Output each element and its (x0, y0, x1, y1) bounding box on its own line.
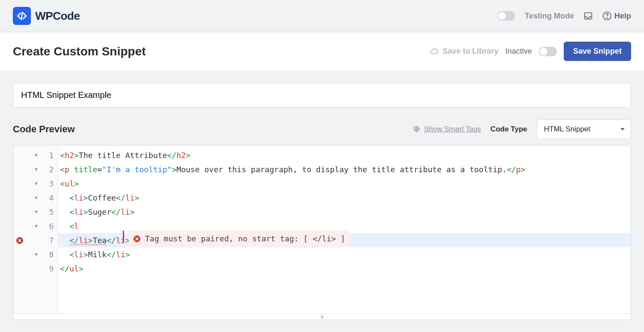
editor-cursor (123, 231, 124, 242)
editor-resize-handle[interactable]: ≡ (13, 314, 631, 320)
topbar-right: Testing Mode Help (497, 11, 631, 21)
brand-name: WPCode (35, 9, 80, 23)
error-tooltip-message: Tag must be paired, no start tag: [ </li… (145, 231, 345, 246)
preview-header: Code Preview Show Smart Tags Code Type H… (13, 119, 631, 139)
svg-line-0 (21, 12, 22, 19)
error-icon (16, 237, 24, 244)
inbox-icon[interactable] (583, 11, 593, 21)
page-title: Create Custom Snippet (13, 45, 146, 58)
code-type-value: HTML Snippet (544, 125, 590, 133)
help-button[interactable]: Help (602, 11, 631, 21)
code-type-select[interactable]: HTML Snippet (537, 119, 631, 139)
show-smart-tags-link[interactable]: Show Smart Tags (413, 125, 481, 134)
page-header: Create Custom Snippet Save to Library In… (0, 32, 644, 71)
help-label: Help (614, 12, 631, 21)
status-label: Inactive (505, 47, 532, 56)
code-type-label: Code Type (490, 125, 527, 134)
smart-tags-label: Show Smart Tags (424, 125, 481, 134)
preview-controls: Show Smart Tags Code Type HTML Snippet (413, 119, 631, 139)
code-editor[interactable]: ▼1 ▼2 ▼3 ▼4 ▼5 ▼6 7 ▼8 9 <h2>The title A… (13, 145, 631, 320)
save-to-library-button[interactable]: Save to Library (430, 47, 498, 56)
testing-mode-toggle[interactable] (497, 11, 515, 21)
error-tooltip-icon (133, 235, 141, 243)
editor-gutter: ▼1 ▼2 ▼3 ▼4 ▼5 ▼6 7 ▼8 9 (13, 146, 58, 314)
error-tooltip: Tag must be paired, no start tag: [ </li… (129, 230, 349, 247)
save-snippet-button[interactable]: Save Snippet (564, 42, 631, 61)
content-area: Code Preview Show Smart Tags Code Type H… (0, 71, 644, 332)
brand-logo[interactable]: WPCode (13, 7, 80, 25)
active-toggle[interactable] (539, 47, 557, 56)
code-text-area[interactable]: <h2>The title Attribute</h2> <p title="I… (58, 146, 631, 314)
svg-point-4 (415, 127, 416, 128)
testing-mode-label: Testing Mode (525, 12, 574, 21)
brand-mark-icon (13, 7, 31, 25)
top-bar: WPCode Testing Mode Help (0, 0, 644, 32)
svg-point-3 (607, 18, 607, 18)
preview-title: Code Preview (13, 124, 75, 135)
save-to-library-label: Save to Library (443, 47, 498, 56)
snippet-title-input[interactable] (13, 83, 631, 107)
header-actions: Save to Library Inactive Save Snippet (430, 42, 631, 61)
